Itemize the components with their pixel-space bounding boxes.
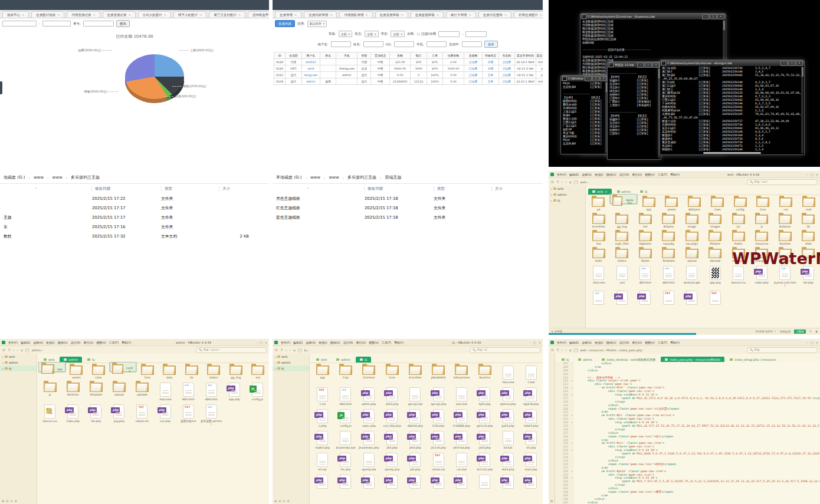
admin-tab[interactable]: 会员统计报表×: [31, 11, 64, 18]
window-title-bar[interactable]: 文件(F)编辑(E)选择(S)查找(I)跳转(G)运行(R)发行(U)视图(V)…: [549, 171, 820, 178]
tree-item-web[interactable]: ▸web: [273, 354, 309, 360]
refresh-icon[interactable]: ⟳: [551, 348, 554, 352]
file-item[interactable]: image: [680, 211, 704, 228]
file-item[interactable]: Runtime: [473, 362, 496, 384]
menu-item[interactable]: 发行(U): [632, 173, 642, 176]
column-header[interactable]: 修改日期: [364, 186, 434, 192]
file-item[interactable]: KvGame: [773, 211, 797, 228]
minimize-button[interactable]: –: [807, 173, 809, 176]
file-row[interactable]: 蓝色主题模板2025/2/15 17:18文件夹: [273, 213, 543, 222]
record-icon[interactable]: ◯: [574, 180, 578, 184]
column-header[interactable]: 大小: [219, 186, 258, 192]
file-item[interactable]: upload: [680, 245, 704, 262]
close-icon[interactable]: ×: [365, 13, 368, 17]
file-item[interactable]: phprun.php: [153, 401, 176, 426]
tree-item-kj[interactable]: ▸kj: [0, 365, 37, 371]
file-item[interactable]: nacyafg1: [680, 228, 704, 245]
menu-item[interactable]: 视图(V): [96, 341, 106, 344]
file-item[interactable]: TXT1.txt: [311, 384, 334, 406]
file-item[interactable]: BbGame: [683, 194, 706, 211]
file-item[interactable]: phpapp.php: [223, 379, 246, 401]
back-icon[interactable]: ‹: [286, 348, 287, 352]
window-title-bar[interactable]: 文件(F)编辑(E)选择(S)查找(I)跳转(G)运行(R)发行(U)视图(V)…: [0, 339, 269, 346]
close-icon[interactable]: ×: [401, 13, 404, 17]
query-button[interactable]: 查询: [116, 20, 130, 27]
file-item[interactable]: php: [404, 471, 427, 490]
back-icon[interactable]: ‹: [562, 180, 563, 184]
collapse-icon[interactable]: ⊟: [6, 499, 8, 503]
file-item[interactable]: phpjxk3.php: [473, 427, 496, 449]
admin-tab[interactable]: 代理团队管理×: [339, 11, 372, 18]
file-row[interactable]: 2025/2/15 17:17文件夹: [0, 203, 269, 213]
file-item[interactable]: config: [729, 194, 752, 211]
menu-item[interactable]: 选择(S): [582, 341, 591, 344]
refresh-icon[interactable]: ⟳: [10, 499, 12, 503]
file-item[interactable]: JIHUADATA: [427, 362, 450, 384]
breadcrumb-item[interactable]: 多乐源码三主题: [71, 174, 100, 180]
file-item[interactable]: apicaiji.bat: [404, 384, 427, 406]
file-row[interactable]: 2025/2/15 17:22文件夹: [0, 194, 269, 203]
file-item[interactable]: Runtime: [61, 379, 84, 401]
file-item[interactable]: TXTrobots.txt: [130, 401, 153, 426]
file-item[interactable]: 1.bat: [520, 362, 543, 384]
horizontal-scrollbar[interactable]: [703, 152, 761, 154]
home-icon[interactable]: ⌂: [21, 348, 23, 352]
menu-item[interactable]: 工具(T): [658, 173, 667, 176]
file-item[interactable]: <>403.html: [177, 379, 200, 401]
file-item[interactable]: upload: [107, 379, 130, 401]
admin-tab[interactable]: 会员列表管理×: [304, 11, 337, 18]
view-mode-badge[interactable]: 大图标: [794, 330, 806, 334]
file-item[interactable]: lib: [181, 362, 203, 379]
balance-filter-checkbox[interactable]: ☐过滤0余额: [417, 32, 436, 36]
file-item[interactable]: app: [637, 194, 660, 211]
file-item[interactable]: Core: [752, 194, 775, 211]
file-item[interactable]: Runtime: [773, 228, 797, 245]
file-item[interactable]: openkj.bat: [357, 449, 381, 471]
menu-item[interactable]: 运行(R): [343, 341, 353, 344]
search-input[interactable]: 🔍搜索: [747, 347, 818, 353]
file-item[interactable]: phpdfpk10.php: [404, 406, 427, 427]
close-button[interactable]: ×: [816, 173, 818, 176]
search-input[interactable]: 🔍搜索 "kj": [470, 347, 540, 353]
file-item[interactable]: phpcj.php: [311, 406, 334, 427]
breadcrumb-item[interactable]: www: [310, 175, 320, 180]
sort-select[interactable]: 默认排序▾: [307, 21, 327, 27]
file-item[interactable]: phphebk3.php: [520, 406, 543, 427]
gear-icon[interactable]: ⚙: [15, 499, 17, 503]
admin-tab[interactable]: 报表中心×: [2, 11, 29, 18]
maximize-button[interactable]: □: [645, 62, 652, 68]
file-item[interactable]: phpfc3d000.php: [450, 406, 473, 427]
file-item[interactable]: app: [311, 362, 334, 384]
file-item[interactable]: Public: [727, 228, 750, 245]
breadcrumb-item[interactable]: 地磁盘 (G:): [4, 174, 25, 180]
breadcrumb-item[interactable]: www: [329, 175, 339, 180]
admin-tab[interactable]: 会员日志查询×: [478, 11, 511, 18]
path-breadcrumb[interactable]: admin ›: [31, 348, 42, 352]
file-item[interactable]: Core: [381, 362, 404, 384]
forward-icon[interactable]: ›: [565, 348, 566, 352]
file-item[interactable]: ErrorFiles: [587, 211, 611, 228]
breadcrumb-item[interactable]: 前端主题: [385, 174, 401, 180]
file-item[interactable]: Android.apk: [680, 262, 704, 287]
file-item[interactable]: php: [611, 287, 634, 306]
cmd-title-bar[interactable]: C:C:\Windows\system32\cmd.exe - jhuarenw…: [580, 14, 726, 19]
file-row[interactable]: 车2025/2/15 17:16文件夹: [0, 222, 269, 232]
file-item[interactable]: phppay.php: [107, 401, 130, 426]
path-breadcrumb[interactable]: web › resources › Mobile › index_pass.ph…: [580, 348, 642, 352]
file-item[interactable]: php: [520, 471, 543, 490]
menu-item[interactable]: 编辑(E): [569, 341, 579, 344]
file-item[interactable]: js: [750, 211, 774, 228]
file-item[interactable]: phpindex.php: [61, 401, 84, 426]
maximize-button[interactable]: □: [811, 341, 814, 344]
menu-item[interactable]: 查找(I): [595, 341, 603, 344]
close-icon[interactable]: ×: [238, 13, 241, 17]
file-item[interactable]: .htaccess: [153, 379, 176, 401]
file-item[interactable]: php: [427, 471, 450, 490]
close-icon[interactable]: ×: [437, 13, 439, 17]
menu-item[interactable]: 帮助(Y): [670, 341, 680, 344]
menu-item[interactable]: 帮助(Y): [122, 341, 131, 344]
admin-tab[interactable]: 会员充值审核×: [375, 11, 408, 18]
username-link[interactable]: asd123: [301, 59, 320, 65]
file-row[interactable]: 主题2025/2/15 17:17文件夹: [0, 213, 269, 222]
close-icon[interactable]: ×: [199, 13, 202, 17]
